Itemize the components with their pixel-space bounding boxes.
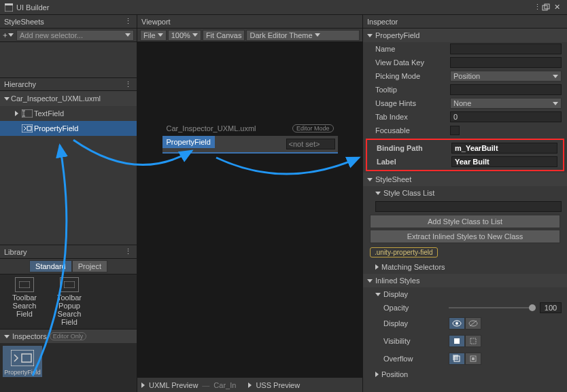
prop-bindingpath-input[interactable]: m_YearBuilt bbox=[451, 143, 557, 154]
propertyfield-icon bbox=[22, 124, 33, 133]
hierarchy-header: Hierarchy bbox=[4, 80, 36, 88]
svg-rect-8 bbox=[64, 281, 75, 288]
svg-point-12 bbox=[456, 322, 458, 325]
inspector-header: Inspector bbox=[367, 18, 398, 26]
hierarchy-root[interactable]: Car_Inspector_UXML.uxml bbox=[0, 91, 137, 106]
zoom-dropdown[interactable]: 100% bbox=[168, 30, 201, 41]
svg-rect-17 bbox=[453, 355, 458, 360]
library-propertyfield-thumb[interactable]: PropertyField bbox=[3, 346, 42, 377]
close-icon[interactable]: ✕ bbox=[551, 3, 563, 12]
library-item-label: Toolbar Search Field bbox=[4, 293, 45, 318]
stylesheets-header: StyleSheets bbox=[4, 18, 44, 26]
svg-rect-10 bbox=[22, 354, 31, 362]
prop-focusable-checkbox[interactable] bbox=[450, 126, 460, 135]
window-menu-icon[interactable]: ⋮ bbox=[534, 3, 540, 12]
svg-rect-7 bbox=[19, 281, 30, 288]
uss-preview-toggle[interactable] bbox=[248, 382, 252, 388]
visibility-hidden-option[interactable] bbox=[465, 335, 481, 347]
canvas-title: Car_Inspector_UXML.uxml bbox=[167, 124, 256, 132]
prop-focusable-label: Focusable bbox=[375, 126, 446, 135]
library-header: Library bbox=[4, 248, 27, 256]
hierarchy-item-propertyfield[interactable]: PropertyField bbox=[0, 121, 137, 136]
prop-tabindex-label: Tab Index bbox=[375, 113, 446, 121]
hierarchy-root-label: Car_Inspector_UXML.uxml bbox=[11, 94, 101, 103]
textfield-icon bbox=[22, 109, 33, 118]
matchingselectors-foldout[interactable]: Matching Selectors bbox=[363, 260, 567, 274]
add-style-class-button[interactable]: Add Style Class to List bbox=[370, 215, 560, 228]
svg-rect-6 bbox=[27, 126, 31, 130]
library-toolbar-popup-search-field[interactable]: Toolbar Popup Search Field bbox=[49, 277, 90, 326]
extract-inlined-button[interactable]: Extract Inlined Styles to New Class bbox=[370, 230, 560, 243]
popout-icon[interactable] bbox=[542, 3, 550, 12]
prop-overflow-label: Overflow bbox=[383, 355, 445, 363]
inspectors-foldout-label: Inspectors bbox=[12, 332, 47, 340]
prop-opacity-label: Opacity bbox=[383, 304, 445, 312]
prop-viewdatakey-label: View Data Key bbox=[375, 58, 446, 67]
fit-canvas-button[interactable]: Fit Canvas bbox=[203, 30, 245, 41]
stylesheets-menu-icon[interactable]: ⋮ bbox=[123, 17, 133, 26]
prop-tabindex-input[interactable]: 0 bbox=[450, 111, 562, 122]
hierarchy-item-label: PropertyField bbox=[34, 124, 78, 132]
styleclasslist-foldout[interactable]: Style Class List bbox=[363, 186, 567, 200]
position-foldout[interactable]: Position bbox=[363, 368, 567, 381]
class-tag[interactable]: .unity-property-field bbox=[370, 247, 438, 257]
uxml-preview-label: UXML Preview bbox=[149, 381, 198, 389]
prop-display-label: Display bbox=[383, 319, 445, 327]
style-class-input[interactable] bbox=[375, 201, 562, 212]
library-item-label: Toolbar Popup Search Field bbox=[49, 293, 90, 326]
viewport-header: Viewport bbox=[141, 18, 171, 26]
prop-label-input[interactable]: Year Built bbox=[451, 156, 557, 167]
file-menu[interactable]: File bbox=[140, 30, 167, 41]
hierarchy-item-textfield[interactable]: TextField bbox=[0, 106, 137, 121]
display-none-option[interactable] bbox=[465, 317, 481, 329]
editor-mode-tag: Editor Mode bbox=[292, 124, 334, 132]
toolbar-popup-search-field-icon bbox=[60, 277, 79, 292]
tab-project[interactable]: Project bbox=[72, 260, 107, 272]
add-selector-button[interactable] bbox=[3, 30, 14, 41]
prop-name-input[interactable] bbox=[450, 43, 562, 54]
prop-viewdatakey-input[interactable] bbox=[450, 57, 562, 68]
theme-dropdown[interactable]: Dark Editor Theme bbox=[246, 30, 360, 41]
opacity-slider[interactable] bbox=[449, 307, 536, 308]
selector-input[interactable]: Add new selector... bbox=[16, 30, 134, 41]
svg-rect-9 bbox=[11, 350, 34, 366]
prop-visibility-label: Visibility bbox=[383, 337, 445, 345]
window-title: UI Builder bbox=[16, 3, 49, 12]
prop-pickingmode-label: Picking Mode bbox=[375, 72, 446, 80]
propertyfield-foldout[interactable]: PropertyField bbox=[363, 29, 567, 42]
selector-placeholder: Add new selector... bbox=[20, 31, 83, 39]
chevron-down-icon bbox=[125, 33, 131, 37]
svg-rect-14 bbox=[454, 338, 460, 344]
inlinedstyles-foldout[interactable]: Inlined Styles bbox=[363, 274, 567, 287]
display-foldout[interactable]: Display bbox=[363, 287, 567, 301]
prop-name-label: Name bbox=[375, 45, 446, 53]
overflow-visible-option[interactable] bbox=[449, 353, 465, 365]
library-toolbar-search-field[interactable]: Toolbar Search Field bbox=[4, 277, 45, 326]
canvas-propertyfield-row[interactable]: PropertyField <not set> bbox=[162, 136, 338, 152]
svg-rect-1 bbox=[5, 3, 13, 5]
prop-label-label: Label bbox=[377, 158, 447, 166]
toolbar-search-field-icon bbox=[15, 277, 34, 292]
overflow-hidden-option[interactable] bbox=[465, 353, 481, 365]
tab-standard[interactable]: Standard bbox=[29, 260, 72, 272]
window-icon bbox=[4, 3, 14, 12]
editor-only-tag: Editor Only bbox=[50, 332, 87, 340]
uxml-preview-toggle[interactable] bbox=[141, 382, 145, 388]
uss-preview-label: USS Preview bbox=[256, 381, 300, 389]
inspectors-foldout[interactable]: Inspectors Editor Only bbox=[0, 329, 137, 343]
library-propertyfield-label: PropertyField bbox=[4, 369, 41, 376]
hierarchy-menu-icon[interactable]: ⋮ bbox=[123, 79, 133, 89]
prop-tooltip-input[interactable] bbox=[450, 84, 562, 95]
prop-tooltip-label: Tooltip bbox=[375, 86, 446, 94]
stylesheet-foldout[interactable]: StyleSheet bbox=[363, 173, 567, 186]
prop-bindingpath-label: Binding Path bbox=[377, 144, 447, 152]
preview-file: Car_In bbox=[213, 381, 236, 389]
prop-pickingmode-dropdown[interactable]: Position bbox=[450, 71, 562, 82]
opacity-value[interactable]: 100 bbox=[540, 302, 562, 313]
visibility-visible-option[interactable] bbox=[449, 335, 465, 347]
svg-rect-15 bbox=[470, 338, 476, 344]
svg-rect-19 bbox=[472, 357, 475, 360]
prop-usagehints-dropdown[interactable]: None bbox=[450, 98, 562, 109]
display-flex-option[interactable] bbox=[449, 317, 465, 329]
library-menu-icon[interactable]: ⋮ bbox=[123, 247, 133, 257]
